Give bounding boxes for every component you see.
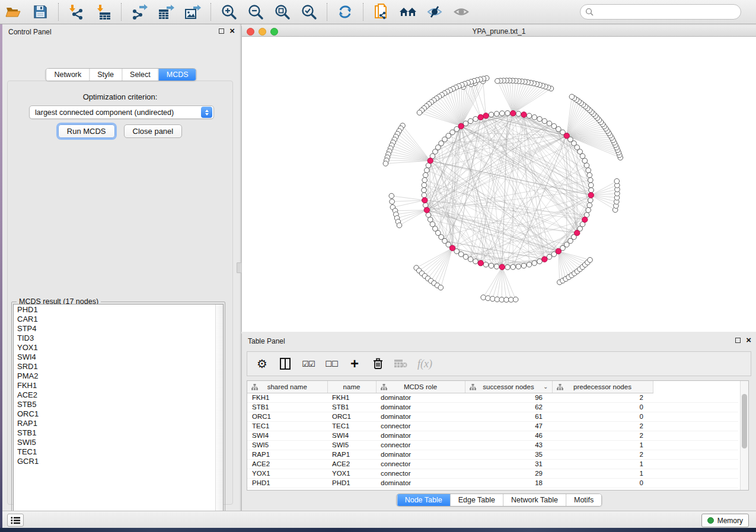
window-minimize-icon[interactable]: [259, 28, 266, 36]
delete-columns-button[interactable]: [371, 356, 384, 371]
mcds-result-item[interactable]: STP4: [17, 324, 215, 334]
close-panel-button[interactable]: Close panel: [124, 124, 183, 138]
table-row[interactable]: SWI5 SWI5 connector 43 1: [247, 440, 738, 450]
table-scrollbar-thumb[interactable]: [742, 394, 747, 448]
cell-shared-name[interactable]: ACE2: [247, 459, 327, 469]
table-row[interactable]: TEC1 TEC1 connector 47 2: [247, 421, 738, 431]
mcds-result-item[interactable]: SWI4: [17, 352, 215, 362]
cell-successor-nodes[interactable]: 96: [465, 393, 552, 402]
cell-predecessor-nodes[interactable]: 2: [552, 393, 653, 402]
cell-shared-name[interactable]: TEC1: [247, 421, 327, 431]
cell-successor-nodes[interactable]: 62: [465, 402, 552, 412]
table-row[interactable]: STB1 STB1 dominator 62 0: [247, 402, 738, 412]
import-table-button[interactable]: [94, 3, 112, 21]
cell-mcds-role[interactable]: connector: [376, 440, 465, 450]
cell-successor-nodes[interactable]: 31: [465, 459, 552, 469]
table-settings-button[interactable]: ⚙: [256, 356, 269, 371]
houses-button[interactable]: [399, 3, 417, 21]
cell-predecessor-nodes[interactable]: 1: [552, 469, 653, 478]
cell-shared-name[interactable]: YOX1: [247, 469, 327, 478]
show-all-button[interactable]: [452, 3, 470, 21]
cell-shared-name[interactable]: ORC1: [247, 412, 327, 421]
deselect-all-button[interactable]: ☐☐: [325, 356, 338, 371]
column-header[interactable]: predecessor nodes ⌄: [552, 381, 653, 393]
mcds-result-item[interactable]: PHD1: [17, 305, 215, 315]
table-row[interactable]: SWI4 SWI4 dominator 46 2: [247, 431, 738, 440]
control-panel-tab[interactable]: Style: [89, 69, 122, 81]
cell-successor-nodes[interactable]: 43: [465, 440, 552, 450]
cell-predecessor-nodes[interactable]: 1: [552, 459, 653, 469]
cell-successor-nodes[interactable]: 61: [465, 412, 552, 421]
cell-name[interactable]: PHD1: [327, 478, 376, 488]
mcds-result-list[interactable]: PHD1 CAR1 STP4 TID3 YOX1 SWI4 SRD1: [13, 304, 224, 519]
window-maximize-icon[interactable]: [270, 28, 278, 36]
cell-name[interactable]: RAP1: [327, 450, 376, 459]
export-table-button[interactable]: [157, 3, 175, 21]
table-row[interactable]: RAP1 RAP1 dominator 35 2: [247, 450, 738, 459]
cell-name[interactable]: ACE2: [327, 459, 376, 469]
cell-mcds-role[interactable]: dominator: [376, 412, 465, 421]
control-panel-tab[interactable]: Network: [46, 69, 89, 81]
column-header[interactable]: MCDS role ⌄: [376, 381, 465, 393]
mcds-list-scrollbar[interactable]: [215, 305, 223, 518]
table-row[interactable]: ACE2 ACE2 connector 31 1: [247, 459, 738, 469]
window-close-icon[interactable]: [247, 28, 254, 36]
mcds-result-item[interactable]: ORC1: [17, 409, 215, 419]
import-network-button[interactable]: [68, 3, 85, 21]
task-history-button[interactable]: [7, 514, 24, 527]
cell-name[interactable]: SWI4: [327, 431, 376, 440]
cell-shared-name[interactable]: PHD1: [247, 478, 327, 488]
cell-shared-name[interactable]: FKH1: [247, 393, 327, 402]
cell-predecessor-nodes[interactable]: 0: [552, 412, 653, 421]
mcds-result-item[interactable]: YOX1: [17, 343, 215, 352]
cell-successor-nodes[interactable]: 35: [465, 450, 552, 459]
table-tab[interactable]: Node Table: [397, 494, 450, 506]
cell-successor-nodes[interactable]: 46: [465, 431, 552, 440]
export-network-button[interactable]: [130, 3, 148, 21]
cell-predecessor-nodes[interactable]: 2: [552, 421, 653, 431]
cell-name[interactable]: SWI5: [327, 440, 376, 450]
cell-mcds-role[interactable]: dominator: [376, 478, 465, 488]
search-input[interactable]: [594, 6, 741, 18]
cell-shared-name[interactable]: SWI5: [247, 440, 327, 450]
cell-mcds-role[interactable]: connector: [376, 421, 465, 431]
cell-name[interactable]: STB1: [327, 402, 376, 412]
function-builder-button[interactable]: f(x): [417, 356, 432, 371]
column-header[interactable]: name ⌄: [327, 381, 376, 393]
fit-content-button[interactable]: [273, 3, 291, 21]
export-image-button[interactable]: [184, 3, 202, 21]
cell-shared-name[interactable]: RAP1: [247, 450, 327, 459]
column-header[interactable]: shared name ⌄: [247, 381, 327, 393]
memory-button[interactable]: Memory: [701, 514, 749, 527]
mcds-result-item[interactable]: PMA2: [17, 371, 215, 381]
mcds-result-item[interactable]: TEC1: [17, 447, 215, 457]
mcds-result-item[interactable]: RAP1: [17, 419, 215, 428]
cell-name[interactable]: FKH1: [327, 393, 376, 402]
zoom-in-button[interactable]: [220, 3, 238, 21]
add-column-button[interactable]: +: [348, 356, 361, 371]
cell-mcds-role[interactable]: dominator: [376, 402, 465, 412]
cell-predecessor-nodes[interactable]: 2: [552, 450, 653, 459]
table-row[interactable]: ORC1 ORC1 dominator 61 0: [247, 412, 738, 421]
select-all-button[interactable]: ☑☑: [302, 356, 315, 371]
cell-name[interactable]: TEC1: [327, 421, 376, 431]
network-from-selection-button[interactable]: [372, 3, 390, 21]
table-row[interactable]: YOX1 YOX1 connector 29 1: [247, 469, 738, 478]
float-panel-icon[interactable]: [219, 28, 224, 34]
run-mcds-button[interactable]: Run MCDS: [58, 124, 115, 138]
mcds-result-item[interactable]: GCR1: [17, 457, 215, 466]
cell-mcds-role[interactable]: connector: [376, 459, 465, 469]
close-table-panel-icon[interactable]: ×: [746, 337, 751, 343]
search-field[interactable]: [580, 4, 741, 20]
cell-shared-name[interactable]: STB1: [247, 402, 327, 412]
network-canvas[interactable]: [242, 37, 756, 332]
cell-mcds-role[interactable]: dominator: [376, 450, 465, 459]
cell-predecessor-nodes[interactable]: 2: [552, 431, 653, 440]
cell-predecessor-nodes[interactable]: 1: [552, 440, 653, 450]
column-header[interactable]: successor nodes ⌄: [465, 381, 552, 393]
table-tab[interactable]: Motifs: [566, 494, 601, 506]
open-session-button[interactable]: [5, 3, 23, 21]
table-tab[interactable]: Edge Table: [450, 494, 503, 506]
refresh-view-button[interactable]: [336, 3, 354, 21]
cell-successor-nodes[interactable]: 29: [465, 469, 552, 478]
